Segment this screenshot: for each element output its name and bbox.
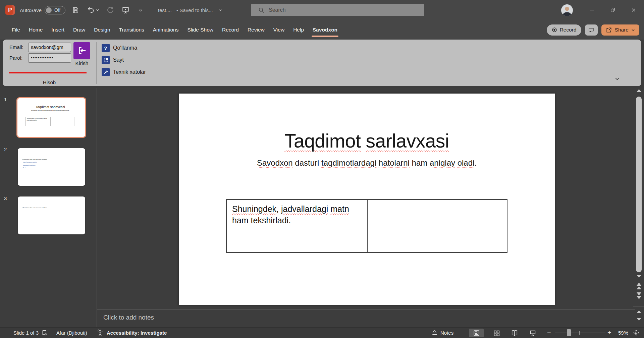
notes-button-label: Notes xyxy=(440,330,453,336)
tab-record[interactable]: Record xyxy=(218,20,243,40)
zoom-in-button[interactable]: + xyxy=(607,328,611,338)
vertical-scrollbar-thumb[interactable] xyxy=(636,97,642,272)
collapse-ribbon-button[interactable] xyxy=(614,75,621,82)
bullet-item: • savodxon@email.com xyxy=(22,164,47,166)
bullet-item: • https://savodxon.uz/tahrir xyxy=(22,161,47,164)
kirish-button[interactable] xyxy=(73,42,90,59)
bullet-item: • Asal xyxy=(22,166,47,169)
slide-thumbnail-3[interactable]: • Paxtakorlar olma asal anor samir nok d… xyxy=(18,196,85,234)
record-icon xyxy=(551,27,557,33)
slide-sorter-view-button[interactable] xyxy=(489,329,504,337)
slide-table[interactable]: Shuningdek, jadvallardagi matn ham teksh… xyxy=(226,199,507,253)
tab-review[interactable]: Review xyxy=(243,20,269,40)
scroll-down-button[interactable] xyxy=(637,275,641,278)
tab-transitions[interactable]: Transitions xyxy=(115,20,149,40)
redo-button[interactable] xyxy=(105,5,115,15)
scrollbar-divider xyxy=(633,306,644,306)
email-field[interactable]: savodxon@gm xyxy=(28,43,71,52)
zoom-level[interactable]: 59% xyxy=(618,328,628,338)
document-title[interactable]: test.... xyxy=(158,7,172,13)
share-button[interactable]: Share xyxy=(601,24,639,36)
restore-button[interactable] xyxy=(602,0,623,20)
save-button[interactable] xyxy=(70,5,80,15)
thumb-bullet-list: • Paxtakorlar olma asal anor samir nok d… xyxy=(22,207,47,209)
language-button[interactable]: Afar (Djibouti) xyxy=(56,328,87,338)
parol-field[interactable]: ••••••••••••• xyxy=(28,53,71,63)
zoom-slider-track[interactable] xyxy=(555,333,605,333)
slide-subtitle[interactable]: Savodxon dasturi taqdimotlardagi hatolar… xyxy=(179,158,555,168)
tab-design[interactable]: Design xyxy=(90,20,114,40)
scroll-up-button[interactable] xyxy=(637,89,641,92)
normal-view-button[interactable] xyxy=(469,329,484,337)
slide-thumbnail-2[interactable]: • Paxtakorlar olma asal anor samir nok d… xyxy=(18,148,85,186)
parol-label: Parol: xyxy=(9,55,22,61)
notes-placeholder[interactable]: Click to add notes xyxy=(103,314,154,321)
account-avatar[interactable] xyxy=(561,4,573,16)
restore-icon xyxy=(610,7,616,13)
bullet-item: • Paxtakorlar olma asal anor samir nok d… xyxy=(22,158,47,161)
autosave-toggle[interactable]: Off xyxy=(45,6,65,14)
thumb-bullet-list: • Paxtakorlar olma asal anor samir nok d… xyxy=(22,158,47,169)
normal-view-icon xyxy=(473,330,480,337)
fit-to-window-button[interactable] xyxy=(633,328,640,338)
thumb-slide-title: Taqdimot sarlavxasi xyxy=(17,105,83,109)
accessibility-status[interactable]: Accessibility: Investigate xyxy=(107,328,167,338)
tab-view[interactable]: View xyxy=(269,20,289,40)
slide-indicator[interactable]: Slide 1 of 3 xyxy=(13,328,39,338)
error-underline-bar xyxy=(9,72,87,73)
wrench-icon xyxy=(102,68,110,76)
zoom-out-button[interactable]: − xyxy=(547,328,551,338)
grid-view-icon xyxy=(493,330,500,337)
thumb-table-cell: Shuningdek, jadvallardagi matn ham teksh… xyxy=(27,117,47,121)
menu-item-qollanma[interactable]: ? Qo‘llanma xyxy=(102,44,137,52)
autosave-control[interactable]: AutoSave Off xyxy=(20,6,65,14)
tab-slide-show[interactable]: Slide Show xyxy=(183,20,218,40)
undo-button[interactable] xyxy=(86,5,100,15)
record-button[interactable]: Record xyxy=(547,24,581,36)
table-cell-text[interactable]: Shuningdek, jadvallardagi matn ham teksh… xyxy=(232,203,350,226)
email-value: savodxon@gm xyxy=(31,45,63,50)
ribbon-panel: Email: savodxon@gm Parol: ••••••••••••• … xyxy=(3,40,641,86)
thumb-slide-subtitle: Savodxon dasturi taqdimotlardagi hatolar… xyxy=(17,110,83,111)
table-column-divider xyxy=(367,200,368,252)
tab-insert[interactable]: Insert xyxy=(47,20,69,40)
slide-number: 2 xyxy=(4,147,7,152)
notes-scroll-up-button[interactable] xyxy=(637,311,641,313)
menu-item-label: Sayt xyxy=(113,57,124,63)
saved-status[interactable]: • Saved to this... xyxy=(176,7,213,13)
slide-thumbnail-1[interactable]: Taqdimot sarlavxasi Savodxon dasturi taq… xyxy=(16,97,86,138)
menu-item-label: Qo‘llanma xyxy=(113,45,137,51)
comments-button[interactable] xyxy=(585,24,598,36)
external-link-icon xyxy=(102,56,110,64)
start-slideshow-button[interactable] xyxy=(120,5,130,15)
close-button[interactable] xyxy=(623,0,644,20)
zoom-slider-thumb[interactable] xyxy=(567,329,571,336)
slide-title[interactable]: Taqdimot sarlavxasi xyxy=(179,130,555,152)
tab-home[interactable]: Home xyxy=(24,20,47,40)
ribbon-group-label-hisob: Hisob xyxy=(5,79,94,85)
tab-file[interactable]: File xyxy=(7,20,24,40)
tab-help[interactable]: Help xyxy=(289,20,308,40)
notes-scroll-down-button[interactable] xyxy=(637,318,641,321)
tab-savodxon[interactable]: Savodxon xyxy=(308,20,342,40)
thumb-slide-table: Shuningdek, jadvallardagi matn ham teksh… xyxy=(26,117,75,126)
tab-draw[interactable]: Draw xyxy=(69,20,90,40)
chevron-overline-icon xyxy=(138,7,144,13)
chevron-down-icon[interactable] xyxy=(218,7,223,13)
minimize-button[interactable] xyxy=(582,0,602,20)
reading-view-button[interactable] xyxy=(507,329,522,337)
customize-toolbar-button[interactable] xyxy=(136,5,146,15)
redo-icon xyxy=(106,6,114,14)
slideshow-view-button[interactable] xyxy=(525,329,540,337)
tab-animations[interactable]: Animations xyxy=(149,20,183,40)
thumbnail-panel-divider[interactable] xyxy=(97,88,97,327)
search-input[interactable]: Search xyxy=(251,4,424,16)
menu-item-texnik-xatolar[interactable]: Texnik xatolar xyxy=(102,68,146,76)
slide-canvas[interactable]: Taqdimot sarlavxasi Savodxon dasturi taq… xyxy=(179,94,555,305)
ribbon-tab-row: File Home Insert Draw Design Transitions… xyxy=(0,20,644,40)
notes-button[interactable]: Notes xyxy=(431,328,453,338)
notes-divider[interactable] xyxy=(97,309,635,310)
spellcheck-button[interactable] xyxy=(42,328,48,338)
undo-dropdown-icon xyxy=(96,8,99,12)
menu-item-sayt[interactable]: Sayt xyxy=(102,56,124,64)
